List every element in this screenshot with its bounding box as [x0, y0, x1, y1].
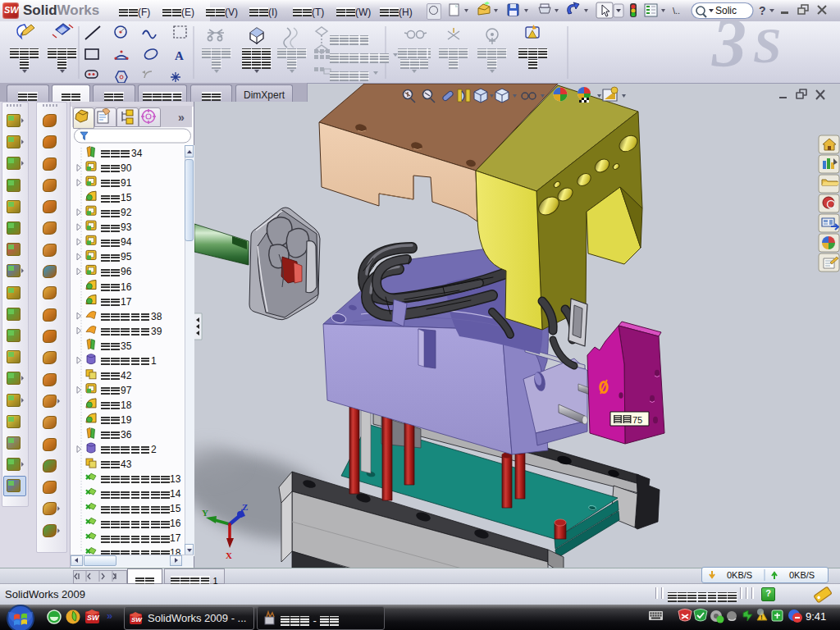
svg-text:SW: SW [87, 614, 100, 622]
svg-text:SW: SW [131, 616, 143, 623]
svg-text:\..: \.. [673, 6, 680, 16]
svg-text:»: » [178, 111, 185, 124]
svg-text:Y: Y [202, 508, 208, 518]
svg-text:Z: Z [242, 502, 248, 512]
svg-text:»: » [107, 609, 112, 622]
svg-text:9:41: 9:41 [806, 610, 826, 623]
svg-text:?: ? [759, 4, 766, 17]
svg-text:75: 75 [632, 415, 642, 425]
svg-text:Solic: Solic [715, 5, 737, 16]
svg-text:X: X [226, 550, 232, 560]
svg-text:A: A [175, 49, 184, 62]
